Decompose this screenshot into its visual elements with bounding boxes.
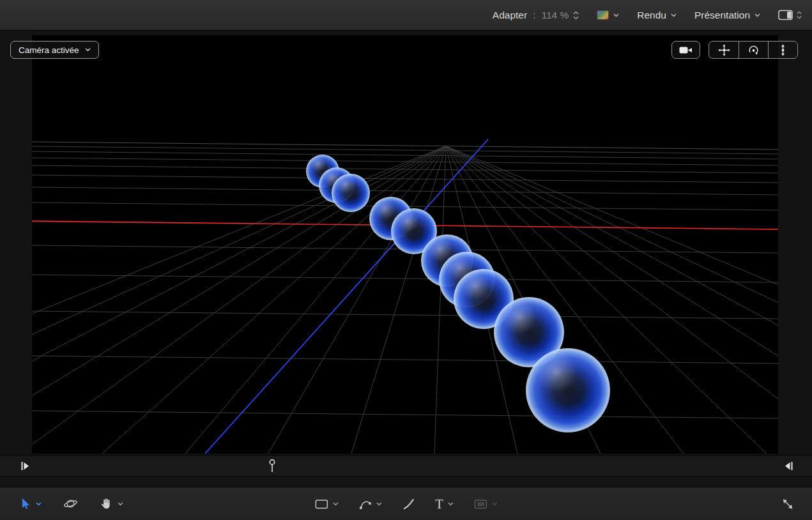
tool-group-create: T: [314, 487, 497, 520]
hand-tool[interactable]: [100, 497, 123, 510]
pan-view-button[interactable]: [709, 42, 739, 58]
zoom-level-control[interactable]: Adapter : 114 %: [493, 10, 579, 21]
orbit-view-button[interactable]: [739, 42, 768, 58]
playhead-icon: [268, 459, 276, 473]
view-menu-label: Présentation: [694, 10, 750, 21]
play-range-out-icon: [785, 461, 793, 471]
render-menu[interactable]: Rendu: [637, 10, 677, 21]
paint-stroke-tool[interactable]: [402, 498, 415, 510]
tool-group-view: [19, 487, 123, 520]
camera-move-tools: [709, 41, 798, 59]
chevron-down-icon: [118, 502, 123, 506]
canvas-header-toolbar: Adapter : 114 % Rendu Présentation: [0, 0, 812, 31]
playhead[interactable]: [268, 459, 276, 476]
dolly-view-button[interactable]: [768, 42, 797, 58]
play-range-in-icon: [21, 461, 29, 471]
canvas[interactable]: [32, 35, 778, 454]
video-camera-icon: [679, 45, 693, 55]
tool-bar: T: [0, 487, 812, 520]
play-range-out-marker[interactable]: [785, 461, 793, 473]
window-layout-control[interactable]: [778, 10, 802, 20]
stepper-updown-icon: [573, 11, 579, 20]
mask-tool-disabled: [474, 498, 498, 510]
chevron-down-icon: [492, 502, 498, 506]
3d-scene: [32, 35, 778, 454]
chevron-down-icon: [613, 13, 619, 17]
window-layout-icon: [778, 10, 793, 20]
expand-diagonal-icon: [781, 498, 794, 510]
render-menu-label: Rendu: [637, 10, 666, 21]
chevron-down-icon: [448, 502, 454, 506]
zoom-separator: :: [533, 10, 535, 21]
dolly-arrows-icon: [779, 44, 787, 56]
camera-active-button[interactable]: Caméra activée: [10, 41, 99, 59]
timeline-scrubber[interactable]: [0, 455, 812, 476]
chevron-down-icon: [376, 502, 381, 506]
stepper-updown-icon: [797, 11, 802, 19]
tool-group-window: [781, 487, 794, 520]
rectangle-tool[interactable]: [314, 498, 338, 510]
zoom-value: 114 %: [541, 10, 569, 21]
play-range-in-marker[interactable]: [21, 461, 29, 473]
color-channel-dropdown[interactable]: [597, 10, 619, 20]
orbit-sphere-icon: [63, 497, 78, 510]
mask-rectangle-icon: [474, 498, 487, 510]
canvas-viewport: Caméra activée: [0, 31, 812, 455]
color-swatch-icon: [597, 10, 609, 20]
chevron-down-icon: [671, 13, 677, 17]
rectangle-icon: [314, 498, 328, 510]
3d-view-tools: [671, 41, 798, 59]
paint-stroke-icon: [402, 498, 415, 510]
orbit-arrow-icon: [747, 44, 760, 56]
hand-icon: [100, 497, 113, 510]
select-tool[interactable]: [19, 497, 42, 510]
text-tool-glyph: T: [435, 498, 443, 510]
chevron-down-icon: [332, 502, 338, 506]
text-tool[interactable]: T: [435, 498, 453, 510]
bezier-tool[interactable]: [358, 498, 381, 510]
transform-3d-tool[interactable]: [63, 497, 78, 510]
motion-canvas-window: Adapter : 114 % Rendu Présentation: [0, 0, 812, 520]
chevron-down-icon: [36, 502, 42, 506]
expand-timing-button[interactable]: [781, 498, 794, 510]
bezier-curve-icon: [358, 498, 371, 510]
view-menu[interactable]: Présentation: [694, 10, 760, 21]
zoom-label: Adapter: [493, 10, 527, 21]
timeline-divider-strip: [0, 476, 812, 487]
pan-arrows-icon: [718, 44, 730, 56]
chevron-down-icon: [85, 48, 91, 52]
chevron-down-icon: [755, 13, 760, 17]
select-arrow-icon: [19, 497, 31, 510]
camera-active-label: Caméra activée: [19, 45, 79, 55]
camera-view-button[interactable]: [671, 41, 700, 59]
